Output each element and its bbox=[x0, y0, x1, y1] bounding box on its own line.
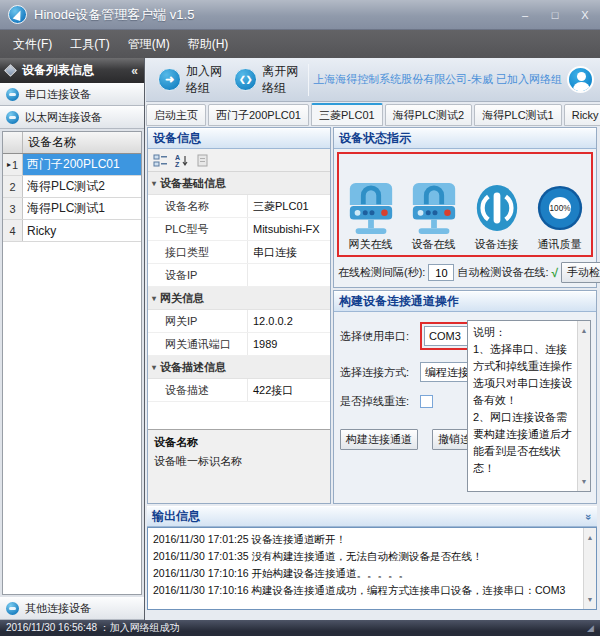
window-title: Hinode设备管理客户端 v1.5 bbox=[34, 6, 194, 24]
property-row[interactable]: 接口类型 串口连接 bbox=[148, 241, 330, 264]
property-value[interactable]: 1989 bbox=[248, 333, 330, 355]
user-avatar[interactable] bbox=[567, 66, 594, 93]
property-category[interactable]: ▾设备描述信息 bbox=[148, 356, 330, 379]
selected-property-description: 设备唯一标识名称 bbox=[154, 454, 324, 469]
tab-mitsubishi-plc01[interactable]: 三菱PLC01 bbox=[311, 103, 383, 126]
property-label: 网关IP bbox=[148, 310, 248, 332]
row-number-cell: 2 bbox=[3, 176, 23, 197]
output-log-box: 2016/11/30 17:01:25 设备连接通道断开！ 2016/11/30… bbox=[147, 527, 597, 610]
menu-help[interactable]: 帮助(H) bbox=[179, 32, 238, 57]
scroll-down-icon[interactable]: ▼ bbox=[581, 473, 588, 490]
table-row[interactable]: 4 Ricky bbox=[3, 220, 141, 242]
other-device-icon bbox=[6, 602, 19, 615]
categorized-view-icon[interactable] bbox=[152, 152, 169, 169]
status-indicator-box: 网关在线 设备在线 设备连接 bbox=[337, 152, 593, 257]
property-row[interactable]: PLC型号 Mitsubishi-FX bbox=[148, 218, 330, 241]
device-name-cell[interactable]: 海得PLC测试2 bbox=[23, 176, 141, 197]
statusbar-text: 2016/11/30 16:56:48 ：加入网络组成功 bbox=[6, 621, 180, 635]
property-category[interactable]: ▾设备基础信息 bbox=[148, 172, 330, 195]
device-name-cell[interactable]: 西门子200PLC01 bbox=[23, 154, 141, 175]
gateway-online-icon bbox=[346, 180, 396, 236]
tab-hite-plc-test2[interactable]: 海得PLC测试2 bbox=[385, 104, 473, 126]
menu-manage[interactable]: 管理(M) bbox=[119, 32, 179, 57]
device-table: 设备名称 ▸1 西门子200PLC01 2 海得PLC测试2 3 海得PLC测试… bbox=[2, 131, 142, 595]
gateway-online-label: 网关在线 bbox=[349, 237, 393, 252]
interval-input[interactable] bbox=[428, 264, 454, 281]
sidebar-group-other[interactable]: 其他连接设备 bbox=[0, 597, 144, 620]
property-row[interactable]: 设备IP bbox=[148, 264, 330, 287]
reconnect-label: 是否掉线重连: bbox=[340, 394, 420, 409]
join-network-button[interactable]: ➜ 加入网络组 bbox=[152, 60, 228, 100]
scroll-down-icon[interactable]: ▼ bbox=[587, 591, 594, 608]
row-marker-icon: ▸ bbox=[7, 160, 11, 169]
sidebar-group-label: 以太网连接设备 bbox=[25, 110, 102, 125]
reconnect-checkbox[interactable] bbox=[420, 395, 433, 408]
property-row[interactable]: 设备描述 422接口 bbox=[148, 379, 330, 402]
sidebar-collapse-icon[interactable]: « bbox=[131, 64, 138, 78]
property-row[interactable]: 网关通讯端口 1989 bbox=[148, 333, 330, 356]
auto-check-checkbox[interactable]: √ bbox=[551, 266, 558, 280]
note-line: 1、选择串口、连接方式和掉线重连操作选项只对串口连接设备有效！ bbox=[473, 341, 574, 409]
property-value[interactable]: 三菱PLC01 bbox=[248, 195, 330, 217]
property-row[interactable]: 设备名称 三菱PLC01 bbox=[148, 195, 330, 218]
scroll-up-icon[interactable]: ▲ bbox=[581, 322, 588, 339]
leave-network-label: 离开网络组 bbox=[262, 63, 298, 97]
tab-siemens200plc01[interactable]: 西门子200PLC01 bbox=[208, 104, 309, 126]
tab-home[interactable]: 启动主页 bbox=[146, 104, 206, 126]
device-name-cell[interactable]: Ricky bbox=[23, 220, 141, 241]
scroll-up-icon[interactable]: ▲ bbox=[587, 529, 594, 546]
device-online-label: 设备在线 bbox=[412, 237, 456, 252]
selected-property-name: 设备名称 bbox=[154, 435, 324, 450]
diamond-icon bbox=[4, 64, 17, 77]
note-scrollbar[interactable]: ▲ ▼ bbox=[577, 321, 590, 491]
comm-quality-indicator: 100% 通讯质量 bbox=[528, 154, 591, 255]
channel-panel-title: 构建设备连接通道操作 bbox=[339, 293, 459, 310]
sidebar-group-label: 串口连接设备 bbox=[25, 87, 91, 102]
collapse-triangle-icon: ▾ bbox=[152, 294, 156, 303]
device-name-cell[interactable]: 海得PLC测试1 bbox=[23, 198, 141, 219]
collapse-triangle-icon: ▾ bbox=[152, 179, 156, 188]
property-value[interactable]: 串口连接 bbox=[248, 241, 330, 263]
svg-text:A: A bbox=[175, 154, 180, 161]
property-label: PLC型号 bbox=[148, 218, 248, 240]
channel-build-panel: 构建设备连接通道操作 选择使用串口: COM3 ▼ 选择连接方式: 编程连接 ▼… bbox=[333, 290, 597, 504]
property-value[interactable]: Mitsubishi-FX bbox=[248, 218, 330, 240]
manual-check-button[interactable]: 手动检测设备在线 bbox=[561, 262, 600, 283]
table-row[interactable]: ▸1 西门子200PLC01 bbox=[3, 154, 141, 176]
property-row[interactable]: 网关IP 12.0.0.2 bbox=[148, 310, 330, 333]
sidebar-group-label: 其他连接设备 bbox=[25, 601, 91, 616]
sidebar-group-ethernet[interactable]: 以太网连接设备 bbox=[0, 106, 144, 129]
status-panel-header: 设备状态指示 bbox=[334, 128, 596, 149]
device-table-header: 设备名称 bbox=[3, 132, 141, 154]
leave-network-button[interactable]: ❮❯ 离开网络组 bbox=[228, 60, 304, 100]
row-number-cell: ▸1 bbox=[3, 154, 23, 175]
auto-check-label: 自动检测设备在线: bbox=[457, 265, 548, 280]
minimize-icon[interactable]: – bbox=[518, 9, 532, 21]
output-collapse-icon[interactable]: » bbox=[583, 513, 595, 519]
row-number-cell: 3 bbox=[3, 198, 23, 219]
channel-panel-header: 构建设备连接通道操作 bbox=[334, 291, 596, 312]
tab-ricky[interactable]: Ricky bbox=[564, 104, 600, 126]
table-row[interactable]: 2 海得PLC测试2 bbox=[3, 176, 141, 198]
online-check-row: 在线检测间隔(秒): 自动检测设备在线: √ 手动检测设备在线 bbox=[334, 259, 596, 283]
property-value[interactable]: 12.0.0.2 bbox=[248, 310, 330, 332]
build-channel-button[interactable]: 构建连接通道 bbox=[340, 429, 418, 450]
menu-file[interactable]: 文件(F) bbox=[4, 32, 61, 57]
note-line: 说明： bbox=[473, 324, 574, 341]
sidebar-group-serial[interactable]: 串口连接设备 bbox=[0, 83, 144, 106]
log-scrollbar[interactable]: ▲ ▼ bbox=[583, 528, 596, 609]
table-row[interactable]: 3 海得PLC测试1 bbox=[3, 198, 141, 220]
tab-hite-plc-test1[interactable]: 海得PLC测试1 bbox=[474, 104, 562, 126]
menu-tools[interactable]: 工具(T) bbox=[61, 32, 118, 57]
property-value[interactable] bbox=[248, 264, 330, 286]
property-value[interactable]: 422接口 bbox=[248, 379, 330, 401]
quality-gauge-icon: 100% bbox=[535, 180, 585, 236]
status-panel-title: 设备状态指示 bbox=[339, 130, 411, 147]
join-network-label: 加入网络组 bbox=[186, 63, 222, 97]
alphabetical-sort-icon[interactable]: AZ bbox=[173, 152, 190, 169]
property-category[interactable]: ▾网关信息 bbox=[148, 287, 330, 310]
resize-grip-icon[interactable]: ◢ bbox=[587, 623, 594, 633]
connect-mode-label: 选择连接方式: bbox=[340, 365, 420, 380]
maximize-icon[interactable]: □ bbox=[548, 9, 562, 21]
close-icon[interactable]: X bbox=[578, 9, 592, 21]
